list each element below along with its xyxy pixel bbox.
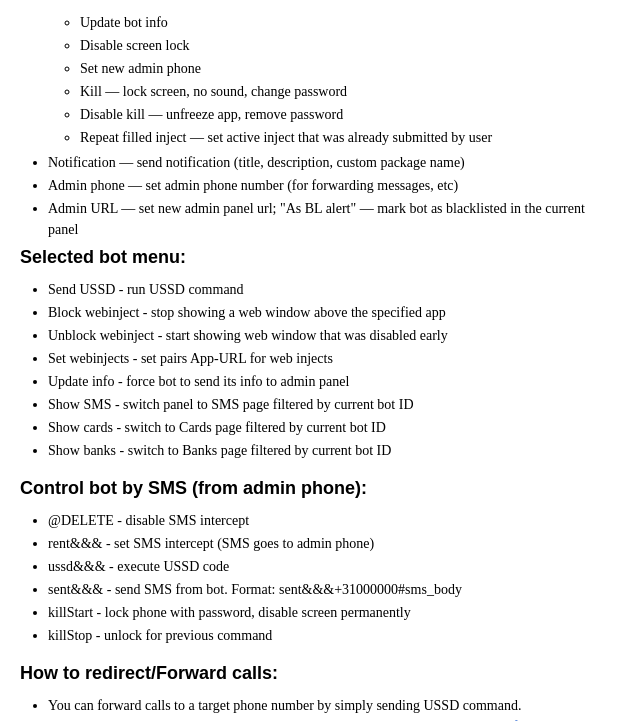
list-item: You can forward calls to a target phone … [48,695,600,721]
list-item: Admin URL — set new admin panel url; "As… [48,198,600,240]
list-item: Disable screen lock [80,35,600,56]
list-item: Show cards - switch to Cards page filter… [48,417,600,438]
top-circle-list: Update bot info Disable screen lock Set … [20,12,600,148]
list-item: rent&&& - set SMS intercept (SMS goes to… [48,533,600,554]
list-item: killStop - unlock for previous command [48,625,600,646]
control-by-sms-heading: Control bot by SMS (from admin phone): [20,475,600,502]
top-bullet-list: Notification — send notification (title,… [20,152,600,240]
list-item: Update info - force bot to send its info… [48,371,600,392]
list-item: killStart - lock phone with password, di… [48,602,600,623]
list-item: Kill — lock screen, no sound, change pas… [80,81,600,102]
list-item: Unblock webinject - start showing web wi… [48,325,600,346]
control-by-sms-list: @DELETE - disable SMS intercept rent&&& … [20,510,600,646]
list-item: Set new admin phone [80,58,600,79]
list-item: ussd&&& - execute USSD code [48,556,600,577]
list-item: Show banks - switch to Banks page filter… [48,440,600,461]
selected-bot-menu-heading: Selected bot menu: [20,244,600,271]
list-item: Disable kill — unfreeze app, remove pass… [80,104,600,125]
selected-bot-menu-list: Send USSD - run USSD command Block webin… [20,279,600,461]
list-item: Admin phone — set admin phone number (fo… [48,175,600,196]
list-item: Notification — send notification (title,… [48,152,600,173]
redirect-calls-list: You can forward calls to a target phone … [20,695,600,721]
list-item: Repeat filled inject — set active inject… [80,127,600,148]
list-item: Show SMS - switch panel to SMS page filt… [48,394,600,415]
list-item: sent&&& - send SMS from bot. Format: sen… [48,579,600,600]
list-item: Block webinject - stop showing a web win… [48,302,600,323]
list-item: Send USSD - run USSD command [48,279,600,300]
control-by-sms-section: Control bot by SMS (from admin phone): @… [20,475,600,646]
redirect-calls-text-before: You can forward calls to a target phone … [48,698,521,713]
selected-bot-menu-section: Selected bot menu: Send USSD - run USSD … [20,244,600,461]
list-item: @DELETE - disable SMS intercept [48,510,600,531]
redirect-calls-heading: How to redirect/Forward calls: [20,660,600,687]
list-item: Update bot info [80,12,600,33]
list-item: Set webinjects - set pairs App-URL for w… [48,348,600,369]
redirect-calls-section: How to redirect/Forward calls: You can f… [20,660,600,721]
